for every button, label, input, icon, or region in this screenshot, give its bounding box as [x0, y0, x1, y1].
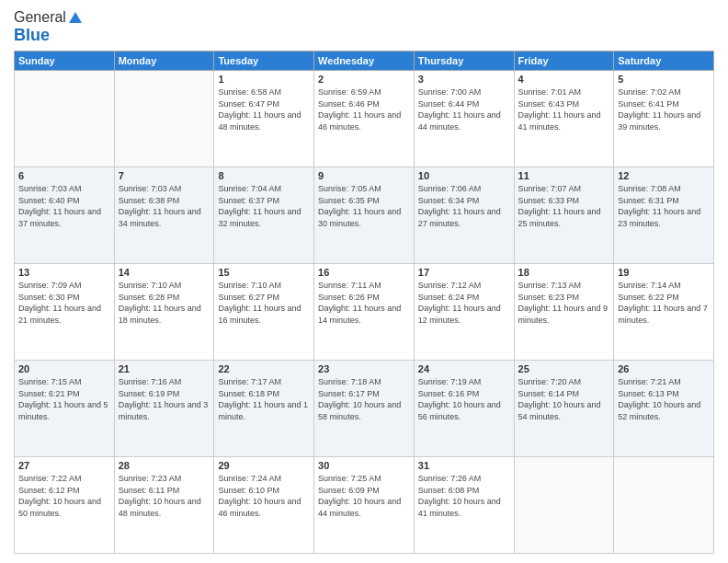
week-row-3: 13Sunrise: 7:09 AM Sunset: 6:30 PM Dayli…: [15, 264, 714, 361]
day-number: 8: [218, 170, 310, 181]
day-info: Sunrise: 7:24 AM Sunset: 6:10 PM Dayligh…: [218, 473, 310, 519]
day-cell: 12Sunrise: 7:08 AM Sunset: 6:31 PM Dayli…: [614, 167, 714, 264]
day-info: Sunrise: 7:06 AM Sunset: 6:34 PM Dayligh…: [418, 183, 510, 229]
day-cell: 28Sunrise: 7:23 AM Sunset: 6:11 PM Dayli…: [114, 457, 214, 554]
day-cell: 6Sunrise: 7:03 AM Sunset: 6:40 PM Daylig…: [15, 167, 115, 264]
day-info: Sunrise: 7:20 AM Sunset: 6:14 PM Dayligh…: [518, 376, 610, 422]
day-info: Sunrise: 7:01 AM Sunset: 6:43 PM Dayligh…: [518, 86, 610, 132]
day-number: 1: [218, 74, 310, 85]
day-info: Sunrise: 7:23 AM Sunset: 6:11 PM Dayligh…: [119, 473, 210, 519]
weekday-header-saturday: Saturday: [614, 52, 714, 71]
day-info: Sunrise: 7:15 AM Sunset: 6:21 PM Dayligh…: [18, 376, 110, 422]
logo-general-text: General: [14, 9, 66, 26]
day-cell: [614, 457, 714, 554]
day-number: 12: [618, 170, 710, 181]
day-number: 17: [418, 267, 510, 278]
page: General Blue SundayMondayTuesdayWednesda…: [0, 0, 728, 563]
day-number: 20: [18, 363, 110, 374]
day-cell: [114, 71, 214, 167]
day-cell: 2Sunrise: 6:59 AM Sunset: 6:46 PM Daylig…: [314, 71, 415, 167]
day-info: Sunrise: 7:26 AM Sunset: 6:08 PM Dayligh…: [418, 473, 510, 519]
day-info: Sunrise: 7:03 AM Sunset: 6:38 PM Dayligh…: [119, 183, 210, 229]
day-cell: 3Sunrise: 7:00 AM Sunset: 6:44 PM Daylig…: [414, 71, 514, 167]
day-number: 6: [18, 170, 110, 181]
day-number: 19: [618, 267, 710, 278]
day-info: Sunrise: 7:18 AM Sunset: 6:17 PM Dayligh…: [318, 376, 410, 422]
logo-blue-text: Blue: [14, 26, 50, 45]
day-info: Sunrise: 7:21 AM Sunset: 6:13 PM Dayligh…: [618, 376, 710, 422]
day-number: 13: [18, 267, 110, 278]
weekday-header-monday: Monday: [114, 52, 214, 71]
day-info: Sunrise: 7:19 AM Sunset: 6:16 PM Dayligh…: [418, 376, 510, 422]
day-number: 10: [418, 170, 510, 181]
day-cell: 15Sunrise: 7:10 AM Sunset: 6:27 PM Dayli…: [214, 264, 314, 361]
day-cell: 7Sunrise: 7:03 AM Sunset: 6:38 PM Daylig…: [114, 167, 214, 264]
day-number: 31: [418, 460, 510, 471]
logo-icon: [68, 10, 83, 25]
day-number: 4: [518, 74, 610, 85]
day-info: Sunrise: 7:03 AM Sunset: 6:40 PM Dayligh…: [18, 183, 110, 229]
day-number: 21: [119, 363, 210, 374]
weekday-header-thursday: Thursday: [414, 52, 514, 71]
svg-marker-0: [69, 12, 82, 23]
day-number: 14: [119, 267, 210, 278]
day-number: 11: [518, 170, 610, 181]
day-cell: [15, 71, 115, 167]
week-row-1: 1Sunrise: 6:58 AM Sunset: 6:47 PM Daylig…: [15, 71, 714, 167]
day-cell: 17Sunrise: 7:12 AM Sunset: 6:24 PM Dayli…: [414, 264, 514, 361]
day-cell: 19Sunrise: 7:14 AM Sunset: 6:22 PM Dayli…: [614, 264, 714, 361]
day-info: Sunrise: 7:17 AM Sunset: 6:18 PM Dayligh…: [218, 376, 310, 422]
day-number: 30: [318, 460, 410, 471]
day-cell: 8Sunrise: 7:04 AM Sunset: 6:37 PM Daylig…: [214, 167, 314, 264]
day-number: 9: [318, 170, 410, 181]
calendar-table: SundayMondayTuesdayWednesdayThursdayFrid…: [14, 51, 714, 554]
weekday-header-friday: Friday: [514, 52, 614, 71]
day-info: Sunrise: 7:12 AM Sunset: 6:24 PM Dayligh…: [418, 280, 510, 326]
day-cell: 13Sunrise: 7:09 AM Sunset: 6:30 PM Dayli…: [15, 264, 115, 361]
day-info: Sunrise: 7:05 AM Sunset: 6:35 PM Dayligh…: [318, 183, 410, 229]
day-cell: 25Sunrise: 7:20 AM Sunset: 6:14 PM Dayli…: [514, 361, 614, 457]
day-number: 28: [119, 460, 210, 471]
day-info: Sunrise: 7:09 AM Sunset: 6:30 PM Dayligh…: [18, 280, 110, 326]
day-cell: 9Sunrise: 7:05 AM Sunset: 6:35 PM Daylig…: [314, 167, 415, 264]
day-number: 3: [418, 74, 510, 85]
day-cell: 23Sunrise: 7:18 AM Sunset: 6:17 PM Dayli…: [314, 361, 415, 457]
day-cell: 21Sunrise: 7:16 AM Sunset: 6:19 PM Dayli…: [114, 361, 214, 457]
header: General Blue: [14, 9, 714, 45]
day-info: Sunrise: 7:10 AM Sunset: 6:27 PM Dayligh…: [218, 280, 310, 326]
day-info: Sunrise: 7:25 AM Sunset: 6:09 PM Dayligh…: [318, 473, 410, 519]
day-number: 5: [618, 74, 710, 85]
week-row-4: 20Sunrise: 7:15 AM Sunset: 6:21 PM Dayli…: [15, 361, 714, 457]
day-cell: 14Sunrise: 7:10 AM Sunset: 6:28 PM Dayli…: [114, 264, 214, 361]
day-cell: 24Sunrise: 7:19 AM Sunset: 6:16 PM Dayli…: [414, 361, 514, 457]
day-cell: 5Sunrise: 7:02 AM Sunset: 6:41 PM Daylig…: [614, 71, 714, 167]
day-cell: 11Sunrise: 7:07 AM Sunset: 6:33 PM Dayli…: [514, 167, 614, 264]
day-cell: 10Sunrise: 7:06 AM Sunset: 6:34 PM Dayli…: [414, 167, 514, 264]
day-info: Sunrise: 6:59 AM Sunset: 6:46 PM Dayligh…: [318, 86, 410, 132]
day-info: Sunrise: 7:07 AM Sunset: 6:33 PM Dayligh…: [518, 183, 610, 229]
day-number: 18: [518, 267, 610, 278]
calendar-body: 1Sunrise: 6:58 AM Sunset: 6:47 PM Daylig…: [15, 71, 714, 554]
day-number: 15: [218, 267, 310, 278]
week-row-2: 6Sunrise: 7:03 AM Sunset: 6:40 PM Daylig…: [15, 167, 714, 264]
day-number: 16: [318, 267, 410, 278]
day-cell: 27Sunrise: 7:22 AM Sunset: 6:12 PM Dayli…: [15, 457, 115, 554]
day-cell: 20Sunrise: 7:15 AM Sunset: 6:21 PM Dayli…: [15, 361, 115, 457]
day-info: Sunrise: 7:14 AM Sunset: 6:22 PM Dayligh…: [618, 280, 710, 326]
week-row-5: 27Sunrise: 7:22 AM Sunset: 6:12 PM Dayli…: [15, 457, 714, 554]
day-cell: 26Sunrise: 7:21 AM Sunset: 6:13 PM Dayli…: [614, 361, 714, 457]
day-number: 24: [418, 363, 510, 374]
day-number: 27: [18, 460, 110, 471]
day-cell: 30Sunrise: 7:25 AM Sunset: 6:09 PM Dayli…: [314, 457, 415, 554]
day-number: 29: [218, 460, 310, 471]
day-info: Sunrise: 7:13 AM Sunset: 6:23 PM Dayligh…: [518, 280, 610, 326]
weekday-header-sunday: Sunday: [15, 52, 115, 71]
day-number: 26: [618, 363, 710, 374]
day-number: 2: [318, 74, 410, 85]
day-info: Sunrise: 7:00 AM Sunset: 6:44 PM Dayligh…: [418, 86, 510, 132]
weekday-header-tuesday: Tuesday: [214, 52, 314, 71]
day-info: Sunrise: 7:22 AM Sunset: 6:12 PM Dayligh…: [18, 473, 110, 519]
day-number: 23: [318, 363, 410, 374]
day-info: Sunrise: 7:08 AM Sunset: 6:31 PM Dayligh…: [618, 183, 710, 229]
day-cell: 16Sunrise: 7:11 AM Sunset: 6:26 PM Dayli…: [314, 264, 415, 361]
